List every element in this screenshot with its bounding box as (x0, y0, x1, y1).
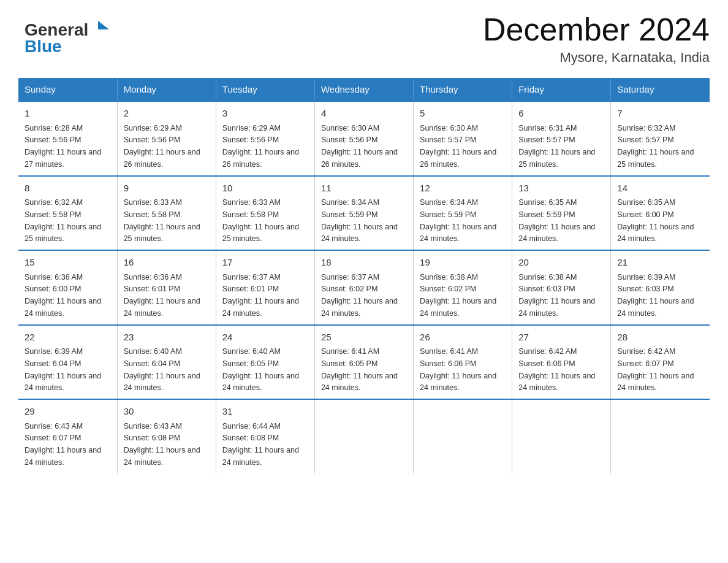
day-info: Sunrise: 6:34 AMSunset: 5:59 PMDaylight:… (321, 198, 398, 243)
day-info: Sunrise: 6:29 AMSunset: 5:56 PMDaylight:… (124, 124, 200, 169)
calendar-cell: 29Sunrise: 6:43 AMSunset: 6:07 PMDayligh… (18, 399, 117, 473)
day-info: Sunrise: 6:43 AMSunset: 6:07 PMDaylight:… (25, 422, 101, 467)
day-info: Sunrise: 6:30 AMSunset: 5:56 PMDaylight:… (321, 124, 398, 169)
calendar-cell: 22Sunrise: 6:39 AMSunset: 6:04 PMDayligh… (18, 325, 117, 400)
day-number: 30 (124, 405, 210, 419)
calendar-week-3: 15Sunrise: 6:36 AMSunset: 6:00 PMDayligh… (18, 250, 710, 325)
title-section: December 2024 Mysore, Karnataka, India (483, 12, 710, 66)
calendar-cell: 1Sunrise: 6:28 AMSunset: 5:56 PMDaylight… (18, 101, 117, 176)
calendar-cell: 2Sunrise: 6:29 AMSunset: 5:56 PMDaylight… (117, 101, 216, 176)
day-number: 7 (617, 107, 703, 121)
day-number: 17 (222, 256, 308, 270)
calendar-cell: 5Sunrise: 6:30 AMSunset: 5:57 PMDaylight… (414, 101, 512, 176)
day-number: 19 (420, 256, 506, 270)
calendar-cell: 18Sunrise: 6:37 AMSunset: 6:02 PMDayligh… (314, 250, 413, 325)
day-info: Sunrise: 6:44 AMSunset: 6:08 PMDaylight:… (222, 422, 299, 467)
day-number: 23 (124, 331, 210, 345)
day-info: Sunrise: 6:35 AMSunset: 6:00 PMDaylight:… (617, 198, 694, 243)
day-info: Sunrise: 6:33 AMSunset: 5:58 PMDaylight:… (222, 198, 299, 243)
day-number: 31 (222, 405, 308, 419)
calendar-cell (414, 399, 512, 473)
day-number: 20 (518, 256, 604, 270)
day-number: 11 (321, 182, 407, 196)
page-header: General Blue December 2024 Mysore, Karna… (18, 12, 710, 66)
calendar-cell: 10Sunrise: 6:33 AMSunset: 5:58 PMDayligh… (216, 176, 314, 251)
calendar-cell: 28Sunrise: 6:42 AMSunset: 6:07 PMDayligh… (611, 325, 710, 400)
day-number: 24 (222, 331, 308, 345)
day-info: Sunrise: 6:37 AMSunset: 6:02 PMDaylight:… (321, 273, 398, 318)
day-number: 6 (518, 107, 604, 121)
day-number: 18 (321, 256, 407, 270)
calendar-cell: 14Sunrise: 6:35 AMSunset: 6:00 PMDayligh… (611, 176, 710, 251)
day-number: 4 (321, 107, 407, 121)
day-number: 21 (617, 256, 703, 270)
calendar-cell (512, 399, 611, 473)
calendar-cell: 12Sunrise: 6:34 AMSunset: 5:59 PMDayligh… (414, 176, 512, 251)
calendar-week-5: 29Sunrise: 6:43 AMSunset: 6:07 PMDayligh… (18, 399, 710, 473)
day-info: Sunrise: 6:34 AMSunset: 5:59 PMDaylight:… (420, 198, 496, 243)
header-thursday: Thursday (414, 78, 512, 101)
header-wednesday: Wednesday (314, 78, 413, 101)
header-tuesday: Tuesday (216, 78, 314, 101)
calendar-header-row: SundayMondayTuesdayWednesdayThursdayFrid… (18, 78, 710, 101)
day-number: 14 (617, 182, 703, 196)
day-info: Sunrise: 6:42 AMSunset: 6:06 PMDaylight:… (518, 347, 595, 392)
calendar-cell: 21Sunrise: 6:39 AMSunset: 6:03 PMDayligh… (611, 250, 710, 325)
day-number: 26 (420, 331, 506, 345)
day-number: 15 (25, 256, 111, 270)
page-title: December 2024 (483, 12, 710, 47)
calendar-table: SundayMondayTuesdayWednesdayThursdayFrid… (18, 78, 710, 473)
day-number: 22 (25, 331, 111, 345)
day-info: Sunrise: 6:32 AMSunset: 5:58 PMDaylight:… (25, 198, 101, 243)
calendar-cell: 25Sunrise: 6:41 AMSunset: 6:05 PMDayligh… (314, 325, 413, 400)
day-number: 12 (420, 182, 506, 196)
svg-marker-1 (98, 21, 109, 29)
day-info: Sunrise: 6:40 AMSunset: 6:04 PMDaylight:… (124, 347, 200, 392)
day-number: 3 (222, 107, 308, 121)
calendar-cell: 6Sunrise: 6:31 AMSunset: 5:57 PMDaylight… (512, 101, 611, 176)
calendar-cell: 3Sunrise: 6:29 AMSunset: 5:56 PMDaylight… (216, 101, 314, 176)
day-info: Sunrise: 6:37 AMSunset: 6:01 PMDaylight:… (222, 273, 299, 318)
logo: General Blue (18, 12, 123, 58)
calendar-cell: 9Sunrise: 6:33 AMSunset: 5:58 PMDaylight… (117, 176, 216, 251)
day-number: 8 (25, 182, 111, 196)
calendar-cell (611, 399, 710, 473)
day-info: Sunrise: 6:35 AMSunset: 5:59 PMDaylight:… (518, 198, 595, 243)
svg-text:Blue: Blue (25, 37, 62, 55)
calendar-week-4: 22Sunrise: 6:39 AMSunset: 6:04 PMDayligh… (18, 325, 710, 400)
day-info: Sunrise: 6:36 AMSunset: 6:01 PMDaylight:… (124, 273, 200, 318)
day-info: Sunrise: 6:28 AMSunset: 5:56 PMDaylight:… (25, 124, 101, 169)
day-number: 10 (222, 182, 308, 196)
day-info: Sunrise: 6:43 AMSunset: 6:08 PMDaylight:… (124, 422, 200, 467)
calendar-cell: 26Sunrise: 6:41 AMSunset: 6:06 PMDayligh… (414, 325, 512, 400)
calendar-cell: 4Sunrise: 6:30 AMSunset: 5:56 PMDaylight… (314, 101, 413, 176)
header-monday: Monday (117, 78, 216, 101)
day-number: 29 (25, 405, 111, 419)
calendar-cell: 24Sunrise: 6:40 AMSunset: 6:05 PMDayligh… (216, 325, 314, 400)
page-subtitle: Mysore, Karnataka, India (483, 50, 710, 66)
header-sunday: Sunday (18, 78, 117, 101)
calendar-week-1: 1Sunrise: 6:28 AMSunset: 5:56 PMDaylight… (18, 101, 710, 176)
calendar-cell: 7Sunrise: 6:32 AMSunset: 5:57 PMDaylight… (611, 101, 710, 176)
day-info: Sunrise: 6:42 AMSunset: 6:07 PMDaylight:… (617, 347, 694, 392)
calendar-cell: 30Sunrise: 6:43 AMSunset: 6:08 PMDayligh… (117, 399, 216, 473)
day-info: Sunrise: 6:40 AMSunset: 6:05 PMDaylight:… (222, 347, 299, 392)
day-info: Sunrise: 6:32 AMSunset: 5:57 PMDaylight:… (617, 124, 694, 169)
day-info: Sunrise: 6:39 AMSunset: 6:04 PMDaylight:… (25, 347, 101, 392)
day-number: 5 (420, 107, 506, 121)
day-info: Sunrise: 6:41 AMSunset: 6:05 PMDaylight:… (321, 347, 398, 392)
day-info: Sunrise: 6:39 AMSunset: 6:03 PMDaylight:… (617, 273, 694, 318)
header-saturday: Saturday (611, 78, 710, 101)
calendar-cell: 19Sunrise: 6:38 AMSunset: 6:02 PMDayligh… (414, 250, 512, 325)
day-info: Sunrise: 6:31 AMSunset: 5:57 PMDaylight:… (518, 124, 595, 169)
day-info: Sunrise: 6:33 AMSunset: 5:58 PMDaylight:… (124, 198, 200, 243)
calendar-cell: 23Sunrise: 6:40 AMSunset: 6:04 PMDayligh… (117, 325, 216, 400)
day-number: 16 (124, 256, 210, 270)
calendar-cell: 11Sunrise: 6:34 AMSunset: 5:59 PMDayligh… (314, 176, 413, 251)
calendar-cell: 8Sunrise: 6:32 AMSunset: 5:58 PMDaylight… (18, 176, 117, 251)
calendar-cell (314, 399, 413, 473)
day-number: 27 (518, 331, 604, 345)
day-number: 28 (617, 331, 703, 345)
day-info: Sunrise: 6:29 AMSunset: 5:56 PMDaylight:… (222, 124, 299, 169)
calendar-cell: 20Sunrise: 6:38 AMSunset: 6:03 PMDayligh… (512, 250, 611, 325)
